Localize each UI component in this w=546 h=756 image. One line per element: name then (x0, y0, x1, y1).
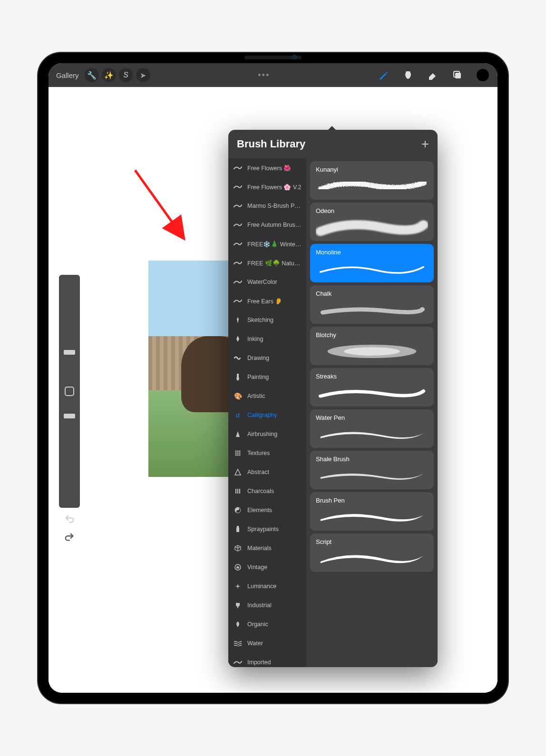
brush-size-slider[interactable] (59, 275, 80, 382)
category-item[interactable]: Inking (228, 330, 306, 349)
brush-name: Odeon (316, 207, 428, 214)
category-item[interactable]: Sketching (228, 310, 306, 330)
popover-header: Brush Library + (228, 130, 438, 158)
brush-opacity-slider[interactable] (59, 401, 80, 508)
category-item[interactable]: aCalligraphy (228, 406, 306, 425)
brush-preview (316, 548, 428, 568)
screen: Gallery 🔧 ✨ S ➤ ••• (49, 63, 497, 693)
category-item[interactable]: Imported (228, 653, 306, 667)
brush-preview (316, 424, 428, 444)
category-item[interactable]: Abstract (228, 463, 306, 482)
brush-name: Brush Pen (316, 497, 428, 504)
category-item[interactable]: Charcoals (228, 482, 306, 501)
gallery-button[interactable]: Gallery (53, 69, 82, 81)
category-item[interactable]: Painting (228, 368, 306, 387)
svg-rect-6 (237, 526, 239, 527)
color-picker-button[interactable] (477, 69, 489, 81)
category-list[interactable]: Free Flowers 🌺Free Flowers 🌸 V.2Marmo S-… (228, 158, 306, 667)
category-item[interactable]: Water (228, 634, 306, 653)
add-brush-button[interactable]: + (421, 136, 429, 152)
actions-button[interactable]: 🔧 (85, 68, 99, 82)
stroke-icon (233, 220, 243, 230)
category-item[interactable]: Materials (228, 539, 306, 558)
brush-preview (316, 341, 428, 361)
category-label: Free Autumn Brushes... (247, 222, 302, 228)
category-label: Imported (247, 659, 271, 666)
category-item[interactable]: Free Flowers 🌺 (228, 158, 306, 177)
slider-handle[interactable] (64, 414, 75, 418)
adjustments-button[interactable]: ✨ (102, 68, 116, 82)
brush-library-popover: Brush Library + Free Flowers 🌺Free Flowe… (228, 130, 438, 667)
category-item[interactable]: Airbrushing (228, 425, 306, 444)
s-icon: S (123, 71, 128, 79)
category-item[interactable]: FREE 🌿🌳 Nature ... (228, 253, 306, 272)
waves-icon (233, 639, 243, 648)
category-label: FREE❄️🎄 Winter N... (247, 241, 302, 248)
brush-item[interactable]: Kunanyi (310, 161, 434, 200)
transform-button[interactable]: ➤ (136, 68, 150, 82)
category-item[interactable]: Drawing (228, 349, 306, 368)
triangle-icon (233, 467, 243, 477)
brush-item[interactable]: Brush Pen (310, 492, 434, 531)
category-item[interactable]: FREE❄️🎄 Winter N... (228, 234, 306, 253)
brush-list[interactable]: KunanyiOdeonMonolineChalkBlotchyStreaksW… (306, 158, 438, 667)
sparkle-icon (233, 582, 243, 591)
selection-button[interactable]: S (119, 68, 133, 82)
canvas[interactable]: Brush Library + Free Flowers 🌺Free Flowe… (49, 87, 497, 693)
category-label: Drawing (247, 355, 269, 361)
category-item[interactable]: Free Autumn Brushes... (228, 215, 306, 234)
slider-handle[interactable] (64, 350, 75, 355)
category-label: WaterColor (247, 279, 277, 285)
brush-item[interactable]: Monoline (310, 244, 434, 282)
undo-button[interactable] (64, 514, 75, 526)
brush-item[interactable]: Shale Brush (310, 451, 434, 489)
brush-name: Water Pen (316, 414, 428, 421)
category-item[interactable]: Vintage (228, 558, 306, 577)
category-item[interactable]: Elements (228, 501, 306, 520)
star-icon (233, 562, 243, 572)
brush-name: Script (316, 538, 428, 545)
trophy-icon (233, 601, 243, 610)
category-item[interactable]: WaterColor (228, 272, 306, 291)
brush-item[interactable]: Streaks (310, 368, 434, 407)
svg-line-2 (135, 170, 183, 237)
category-item[interactable]: Spraypaints (228, 520, 306, 539)
category-item[interactable]: Luminance (228, 577, 306, 596)
leaf-icon (233, 620, 243, 629)
brush-item[interactable]: Odeon (310, 203, 434, 241)
brush-preview (316, 176, 428, 196)
brush-item[interactable]: Script (310, 533, 434, 572)
popover-title: Brush Library (237, 138, 305, 150)
category-label: Marmo S-Brush Pack (247, 203, 302, 209)
category-item[interactable]: Free Ears 👂 (228, 291, 306, 310)
smudge-tool-button[interactable] (402, 69, 414, 81)
brush-item[interactable]: Blotchy (310, 327, 434, 365)
category-item[interactable]: Marmo S-Brush Pack (228, 196, 306, 215)
eraser-tool-button[interactable] (427, 69, 439, 81)
category-label: Textures (247, 450, 270, 456)
cube-icon (233, 543, 243, 553)
layers-button[interactable] (452, 69, 463, 81)
category-item[interactable]: Organic (228, 615, 306, 634)
brush-name: Blotchy (316, 331, 428, 339)
redo-button[interactable] (64, 532, 75, 544)
stroke-icon (233, 296, 243, 306)
category-label: Calligraphy (247, 412, 277, 418)
arrow-icon: ➤ (140, 71, 146, 80)
category-item[interactable]: 🎨Artistic (228, 387, 306, 406)
sidebar-sliders (59, 275, 80, 508)
annotation-arrow (130, 165, 202, 251)
squiggle-icon (233, 353, 243, 363)
category-item[interactable]: Free Flowers 🌸 V.2 (228, 177, 306, 196)
brush-tool-button[interactable] (378, 69, 389, 81)
brush-item[interactable]: Chalk (310, 285, 434, 324)
modify-button[interactable] (65, 387, 74, 396)
brush-item[interactable]: Water Pen (310, 409, 434, 448)
top-toolbar: Gallery 🔧 ✨ S ➤ ••• (49, 63, 497, 87)
category-item[interactable]: Textures (228, 444, 306, 463)
category-label: Free Flowers 🌺 (247, 165, 291, 172)
modify-menu-button[interactable]: ••• (258, 70, 270, 80)
category-item[interactable]: Industrial (228, 596, 306, 615)
brush-name: Shale Brush (316, 456, 428, 463)
svg-rect-5 (236, 527, 239, 532)
